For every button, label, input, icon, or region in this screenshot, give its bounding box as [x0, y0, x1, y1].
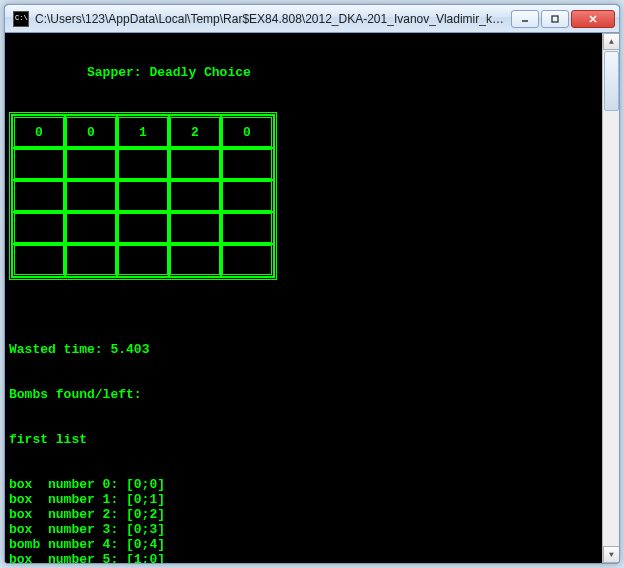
grid-cell[interactable] — [118, 245, 168, 275]
wasted-time-value: 5.403 — [110, 342, 149, 357]
list-item: box number 1: [0;1] — [9, 492, 598, 507]
grid-header-cell[interactable]: 2 — [170, 117, 220, 147]
grid-cell[interactable] — [14, 181, 64, 211]
grid-cell[interactable] — [118, 149, 168, 179]
grid-cell[interactable] — [66, 245, 116, 275]
list-item: box number 3: [0;3] — [9, 522, 598, 537]
bombs-label: Bombs found/left: — [9, 387, 598, 402]
grid-cell[interactable] — [14, 149, 64, 179]
close-icon — [588, 14, 598, 24]
grid-cell[interactable] — [14, 245, 64, 275]
grid-header-row: 0 0 1 2 0 — [14, 117, 272, 147]
client-area: Sapper: Deadly Choice 0 0 1 2 0 Wasted t… — [5, 33, 619, 563]
grid-cell[interactable] — [66, 181, 116, 211]
grid-cell[interactable] — [118, 181, 168, 211]
grid-cell[interactable] — [118, 213, 168, 243]
svg-rect-1 — [552, 16, 558, 22]
vertical-scrollbar[interactable]: ▲ ▼ — [602, 33, 619, 563]
app-window: C:\Users\123\AppData\Local\Temp\Rar$EX84… — [4, 4, 620, 564]
console-output: Sapper: Deadly Choice 0 0 1 2 0 Wasted t… — [5, 33, 602, 563]
grid-cell[interactable] — [170, 181, 220, 211]
window-controls — [511, 10, 615, 28]
maximize-icon — [550, 14, 560, 24]
game-grid: 0 0 1 2 0 — [9, 112, 277, 280]
scroll-down-button[interactable]: ▼ — [603, 546, 619, 563]
grid-header-cell[interactable]: 1 — [118, 117, 168, 147]
list-item: box number 2: [0;2] — [9, 507, 598, 522]
first-list-label: first list — [9, 432, 598, 447]
wasted-time-line: Wasted time: 5.403 — [9, 342, 598, 357]
close-button[interactable] — [571, 10, 615, 28]
grid-cell[interactable] — [222, 245, 272, 275]
minimize-button[interactable] — [511, 10, 539, 28]
console-icon — [13, 11, 29, 27]
text-lines: Wasted time: 5.403 Bombs found/left: fir… — [9, 312, 598, 563]
game-title: Sapper: Deadly Choice — [9, 65, 598, 80]
list-item: box number 0: [0;0] — [9, 477, 598, 492]
grid-cell[interactable] — [66, 149, 116, 179]
grid-header-cell[interactable]: 0 — [14, 117, 64, 147]
grid-cell[interactable] — [14, 213, 64, 243]
grid-cell[interactable] — [170, 213, 220, 243]
scroll-up-button[interactable]: ▲ — [603, 33, 619, 50]
grid-cell[interactable] — [170, 149, 220, 179]
grid-header-cell[interactable]: 0 — [66, 117, 116, 147]
grid-cell[interactable] — [222, 213, 272, 243]
maximize-button[interactable] — [541, 10, 569, 28]
grid-header-cell[interactable]: 0 — [222, 117, 272, 147]
grid-cell[interactable] — [222, 149, 272, 179]
minimize-icon — [520, 14, 530, 24]
list-item: box number 5: [1;0] — [9, 552, 598, 563]
wasted-time-label: Wasted time: — [9, 342, 103, 357]
scroll-thumb[interactable] — [604, 51, 619, 111]
grid-cell[interactable] — [66, 213, 116, 243]
window-title: C:\Users\123\AppData\Local\Temp\Rar$EX84… — [35, 12, 505, 26]
list-item: bomb number 4: [0;4] — [9, 537, 598, 552]
grid-cell[interactable] — [222, 181, 272, 211]
titlebar[interactable]: C:\Users\123\AppData\Local\Temp\Rar$EX84… — [5, 5, 619, 33]
grid-cell[interactable] — [170, 245, 220, 275]
